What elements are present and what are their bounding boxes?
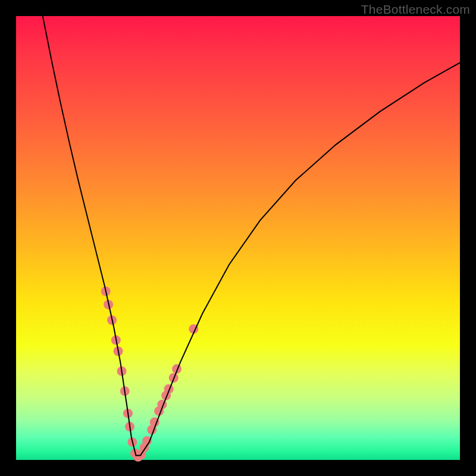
chart-overlay [16,16,460,460]
chart-frame: TheBottleneck.com [0,0,476,476]
watermark-text: TheBottleneck.com [361,2,470,17]
scatter-markers [101,287,199,462]
bottleneck-curve [43,16,460,456]
